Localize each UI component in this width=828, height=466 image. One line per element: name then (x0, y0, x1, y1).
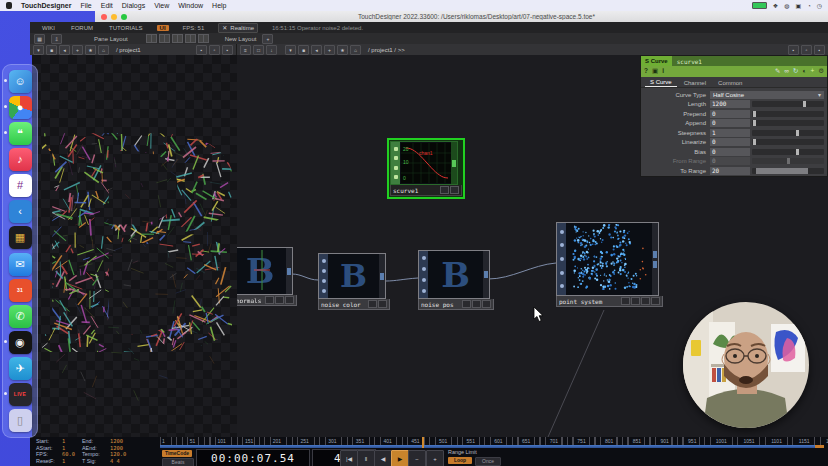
operator-name-field[interactable]: scurve1 (672, 56, 827, 66)
node-flag[interactable] (368, 300, 377, 308)
menu-touchdesigner[interactable]: TouchDesigner (21, 2, 71, 9)
network-corner-button-1[interactable]: ▪ (788, 45, 799, 55)
realtime-toggle[interactable]: ✕ Realtime (218, 23, 258, 33)
node-scurve1[interactable]: 20100chan1 scurve1 (387, 138, 465, 199)
viewer-nav-button-3[interactable]: ◂ (59, 45, 70, 55)
node-flag[interactable] (482, 300, 491, 308)
viewer-nav-button-5[interactable]: ★ (85, 45, 96, 55)
param-value-prepend[interactable]: 0 (710, 110, 750, 118)
timeline-range-bar[interactable] (160, 445, 824, 448)
node-noise-pos[interactable]: B noise_pos (418, 250, 494, 310)
param-slider-steepness[interactable] (752, 130, 824, 136)
node-flag[interactable] (631, 297, 640, 305)
tab-channel[interactable]: Channel (679, 79, 711, 87)
cycle-icon[interactable]: ↻ (793, 68, 798, 75)
slider-handle[interactable] (787, 158, 790, 164)
link-tutorials[interactable]: TUTORIALS (109, 25, 143, 31)
slider-handle[interactable] (753, 111, 756, 117)
once-toggle[interactable]: Once (475, 457, 501, 466)
node-flag[interactable] (472, 300, 481, 308)
param-value-length[interactable]: 1200 (710, 100, 750, 108)
param-slider-prepend[interactable] (752, 111, 824, 117)
minimize-window-button[interactable] (111, 14, 117, 20)
mail-icon[interactable]: ✉ (9, 253, 32, 276)
viewer-path[interactable]: / project1 (116, 47, 141, 53)
language-icon[interactable]: ◐ (802, 68, 806, 75)
render-viewer-pane[interactable]: B (32, 55, 237, 437)
network-prefix-button-2[interactable]: □ (253, 45, 264, 55)
loop-toggle[interactable]: Loop (448, 457, 472, 464)
menu-edit[interactable]: Edit (101, 2, 113, 9)
add-icon[interactable]: + (810, 68, 814, 75)
param-value-from-range[interactable]: 0 (710, 157, 750, 165)
slack-icon[interactable]: # (9, 174, 32, 197)
param-slider-to-range[interactable] (752, 168, 824, 174)
node-flag[interactable] (450, 186, 459, 194)
link-forum[interactable]: FORUM (71, 25, 93, 31)
node-flag[interactable] (621, 297, 630, 305)
viewer-nav-button-1[interactable]: ▾ (33, 45, 44, 55)
control-center-icon[interactable]: ◔ (807, 3, 811, 9)
node-flag[interactable] (641, 297, 650, 305)
finder-icon[interactable]: ☺ (9, 70, 32, 93)
node-point-system[interactable]: point_system (556, 222, 663, 307)
menu-view[interactable]: View (154, 2, 169, 9)
beats-mode-toggle[interactable]: Beats (162, 458, 194, 466)
param-value-steepness[interactable]: 1 (710, 129, 750, 137)
zoom-out-button[interactable]: − (408, 450, 426, 466)
network-nav-button-5[interactable]: ★ (337, 45, 348, 55)
node-flag[interactable] (285, 296, 294, 304)
viewer-corner-button-1[interactable]: ▪ (196, 45, 207, 55)
node-normals[interactable]: B normals (237, 247, 297, 306)
layout-preset-5[interactable] (198, 34, 209, 43)
network-path[interactable]: / project1 / >> (368, 47, 405, 53)
param-dropdown-curve-type[interactable]: Half Cosine▾ (710, 91, 824, 99)
network-prefix-button-3[interactable]: ↓ (266, 45, 277, 55)
play-backward-button[interactable]: ◀ (374, 450, 392, 466)
viewer-corner-button-3[interactable]: ▪ (222, 45, 233, 55)
slider-handle[interactable] (756, 168, 808, 174)
clock-icon[interactable]: ◷ (817, 2, 822, 9)
node-noise-color[interactable]: B noise_color (318, 253, 390, 310)
chrome-icon[interactable]: ● (9, 96, 32, 119)
param-value-to-range[interactable]: 20 (710, 167, 750, 175)
param-slider-bias[interactable] (752, 149, 824, 155)
layout-preset-2[interactable] (159, 34, 170, 43)
battery-icon[interactable] (752, 2, 767, 9)
network-nav-button-6[interactable]: ⌂ (350, 45, 361, 55)
timeline-playhead[interactable] (422, 437, 424, 448)
node-flag[interactable] (651, 297, 660, 305)
info-icon[interactable]: i (662, 68, 664, 75)
slider-handle[interactable] (753, 120, 756, 126)
save-layout-icon[interactable]: ⇩ (51, 34, 62, 44)
help-icon[interactable]: ? (644, 68, 648, 75)
menu-dialogs[interactable]: Dialogs (122, 2, 145, 9)
calendar-icon[interactable]: 31 (9, 279, 32, 302)
touchdesigner-icon[interactable]: ◉ (9, 331, 32, 354)
zoom-in-button[interactable]: + (426, 450, 444, 466)
network-nav-button-3[interactable]: ◂ (311, 45, 322, 55)
tab-common[interactable]: Common (713, 79, 747, 87)
network-nav-button-2[interactable]: ■ (298, 45, 309, 55)
menu-help[interactable]: Help (212, 2, 226, 9)
node-flag[interactable] (275, 296, 284, 304)
grid-icon[interactable]: ▦ (34, 34, 45, 44)
network-corner-button-2[interactable]: ▫ (801, 45, 812, 55)
comment-icon[interactable]: ✎ (775, 68, 780, 75)
zoom-window-button[interactable] (121, 14, 127, 20)
node-flag[interactable] (265, 296, 274, 304)
node-flag[interactable] (378, 300, 387, 308)
ui-toggle[interactable]: UI (157, 25, 169, 31)
node-flag[interactable] (440, 186, 449, 194)
close-window-button[interactable] (101, 14, 107, 20)
param-slider-length[interactable] (752, 101, 824, 107)
telegram-icon[interactable]: ✈ (9, 357, 32, 380)
param-slider-from-range[interactable] (752, 158, 824, 164)
param-value-bias[interactable]: 0 (710, 148, 750, 156)
new-layout-add-button[interactable]: + (262, 34, 273, 44)
vscode-icon[interactable]: ‹ (9, 200, 32, 223)
viewer-corner-button-2[interactable]: ▫ (209, 45, 220, 55)
viewer-nav-button-4[interactable]: + (72, 45, 83, 55)
slider-handle[interactable] (796, 149, 799, 155)
network-nav-button-4[interactable]: + (324, 45, 335, 55)
